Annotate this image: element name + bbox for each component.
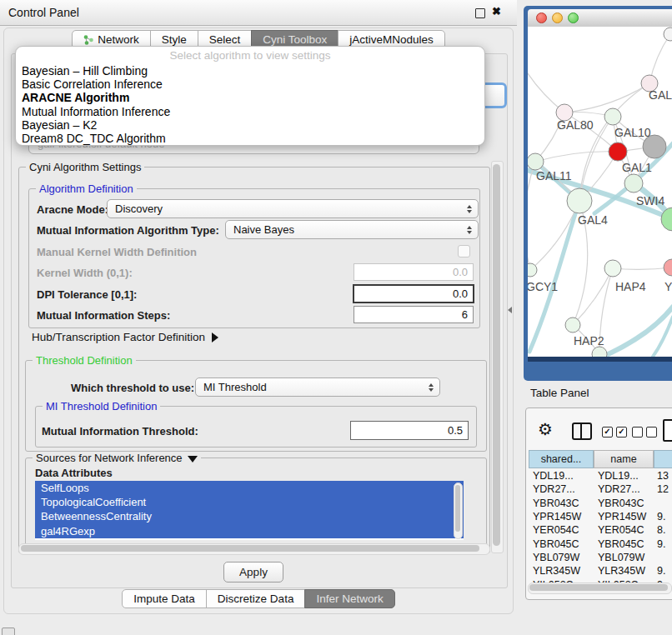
- network-view-window: GALGAL80GAL10GAL1GAL11SWI4GAL4GCY1HAP4YH…: [524, 6, 672, 381]
- scrollbar-thumb[interactable]: [493, 164, 500, 546]
- node-gal11[interactable]: [528, 153, 544, 170]
- tab-label: jActiveMNodules: [349, 33, 434, 46]
- field-value: 0.0: [453, 266, 468, 278]
- apply-button[interactable]: Apply: [223, 562, 283, 582]
- column-header-name[interactable]: name: [594, 450, 654, 468]
- tab-discretize-data[interactable]: Discretize Data: [206, 589, 306, 608]
- stepper-icon: [467, 226, 472, 234]
- mi-type-combobox[interactable]: Naive Bayes: [225, 220, 479, 239]
- node-red[interactable]: [609, 142, 627, 161]
- network-edge[interactable]: [528, 60, 564, 112]
- stepper-icon: [467, 205, 472, 213]
- group-title: Threshold Definition: [33, 354, 136, 367]
- table-cell: YBL079W: [529, 552, 594, 563]
- node-gal10[interactable]: [604, 108, 621, 125]
- panel-collapse-arrow[interactable]: [508, 307, 512, 313]
- dpi-tolerance-field[interactable]: 0.0: [353, 284, 474, 303]
- tab-infer-network[interactable]: Infer Network: [304, 589, 394, 608]
- gear-icon[interactable]: ⚙: [538, 419, 553, 439]
- table-row[interactable]: YDL19...YDL19...13: [529, 469, 672, 482]
- table-row[interactable]: YBR045CYBR045C9.: [529, 537, 672, 550]
- list-item-selfloops[interactable]: SelfLoops: [35, 481, 464, 495]
- node-bottom[interactable]: [592, 347, 607, 357]
- checkbox-empty-icon: [632, 427, 643, 438]
- collapse-arrow-icon: [188, 456, 198, 462]
- zoom-window-button[interactable]: [568, 12, 579, 23]
- network-edge[interactable]: [528, 162, 535, 270]
- table-horizontal-scrollbar[interactable]: [528, 582, 672, 594]
- corner-widget-icon[interactable]: [2, 628, 15, 635]
- node-hap2[interactable]: [565, 318, 580, 332]
- columns-icon[interactable]: [572, 422, 592, 440]
- dropdown-item-bayesian-k2[interactable]: Bayesian – K2: [22, 118, 479, 132]
- dropdown-item-aracne-algorithm[interactable]: ARACNE Algorithm: [22, 91, 479, 104]
- table-row[interactable]: YBR043CYBR043C: [529, 497, 672, 510]
- which-threshold-combobox[interactable]: MI Threshold: [195, 378, 440, 397]
- hub-definition-expander[interactable]: Hub/Transcription Factor Definition: [32, 331, 218, 343]
- float-panel-icon[interactable]: [475, 8, 485, 18]
- network-edge[interactable]: [613, 268, 672, 269]
- tab-label: Cyni Toolbox: [263, 33, 327, 46]
- column-header-partial[interactable]: [654, 450, 672, 468]
- table-row[interactable]: YBL079WYBL079W: [529, 551, 672, 564]
- table-row[interactable]: YLR345WYLR345W9.: [529, 564, 672, 578]
- list-vertical-scrollbar[interactable]: [454, 482, 463, 539]
- list-item-topologicalcoefficient[interactable]: TopologicalCoefficient: [35, 495, 464, 509]
- checkbox-checked-icon: ✓: [602, 427, 613, 438]
- aracne-mode-combobox[interactable]: Discovery: [107, 199, 479, 218]
- dropdown-placeholder: Select algorithm to view settings: [16, 49, 484, 62]
- list-item-gal4rgexp[interactable]: gal4RGexp: [35, 524, 464, 538]
- apply-label: Apply: [239, 566, 268, 578]
- checkbox-empty-icon: [646, 427, 657, 438]
- minimize-window-button[interactable]: [552, 12, 563, 23]
- network-edge[interactable]: [603, 307, 672, 357]
- table-row[interactable]: YPR145WYPR145W9.: [529, 510, 672, 523]
- data-attributes-list[interactable]: SelfLoopsTopologicalCoefficientBetweenne…: [35, 481, 464, 540]
- document-icon[interactable]: [663, 419, 672, 442]
- combobox-value: MI Threshold: [203, 381, 267, 393]
- network-window-bottom-border: [528, 357, 672, 362]
- network-edge[interactable]: [535, 152, 618, 162]
- unchecked-columns-icon[interactable]: [632, 427, 660, 442]
- node-gcy1[interactable]: [528, 263, 537, 277]
- node-gal4[interactable]: [567, 188, 592, 213]
- node-hap4[interactable]: [604, 260, 621, 277]
- expand-arrow-icon: [212, 332, 218, 342]
- close-window-button[interactable]: [536, 12, 547, 23]
- sources-title-label: Sources for Network Inference: [36, 452, 183, 464]
- dropdown-item-bayesian-hill-climbing[interactable]: Bayesian – Hill Climbing: [22, 64, 479, 78]
- table-row[interactable]: YDR27...YDR27...12: [529, 482, 672, 496]
- node-label: GAL: [649, 88, 672, 102]
- checked-columns-icon[interactable]: ✓✓: [602, 427, 630, 442]
- sources-title[interactable]: Sources for Network Inference: [33, 452, 201, 464]
- node-salmon[interactable]: [664, 259, 672, 276]
- table-cell: 9.: [654, 511, 672, 522]
- which-threshold-label: Which threshold to use:: [71, 382, 194, 394]
- vertical-scrollbar[interactable]: [491, 161, 504, 553]
- network-canvas[interactable]: GALGAL80GAL10GAL1GAL11SWI4GAL4GCY1HAP4YH…: [528, 27, 672, 357]
- tab-impute-data[interactable]: Impute Data: [122, 589, 207, 608]
- node-swi4[interactable]: [624, 174, 643, 192]
- network-edge[interactable]: [564, 83, 649, 112]
- close-panel-icon[interactable]: ✖: [492, 5, 501, 18]
- manual-kernel-label: Manual Kernel Width Definition: [37, 246, 197, 258]
- table-row[interactable]: YER054CYER054C8.: [529, 523, 672, 537]
- kernel-width-field[interactable]: 0.0: [354, 263, 474, 281]
- scrollbar-thumb[interactable]: [455, 485, 460, 532]
- mi-steps-field[interactable]: 6: [354, 306, 474, 323]
- dropdown-item-mutual-information-inference[interactable]: Mutual Information Inference: [22, 105, 479, 118]
- list-item-betweennesscentrality[interactable]: BetweennessCentrality: [35, 509, 464, 523]
- dropdown-item-dream8-dc-tdc-algorithm[interactable]: Dream8 DC_TDC Algorithm: [22, 132, 479, 145]
- manual-kernel-checkbox[interactable]: [458, 245, 470, 258]
- column-header-shared-name[interactable]: shared...: [529, 450, 594, 468]
- scrollbar-thumb[interactable]: [21, 545, 479, 552]
- mi-threshold-field[interactable]: 0.5: [350, 421, 469, 440]
- horizontal-scrollbar[interactable]: [18, 543, 490, 555]
- network-edge[interactable]: [573, 268, 613, 325]
- dpi-tolerance-label: DPI Tolerance [0,1]:: [37, 288, 137, 301]
- group-title: Cyni Algorithm Settings: [26, 161, 144, 173]
- scrollbar-thumb[interactable]: [529, 584, 668, 591]
- mi-threshold-label: Mutual Information Threshold:: [42, 425, 198, 438]
- node-top-right-partial[interactable]: [664, 28, 672, 41]
- dropdown-item-basic-correlation-inference[interactable]: Basic Correlation Inference: [22, 78, 479, 91]
